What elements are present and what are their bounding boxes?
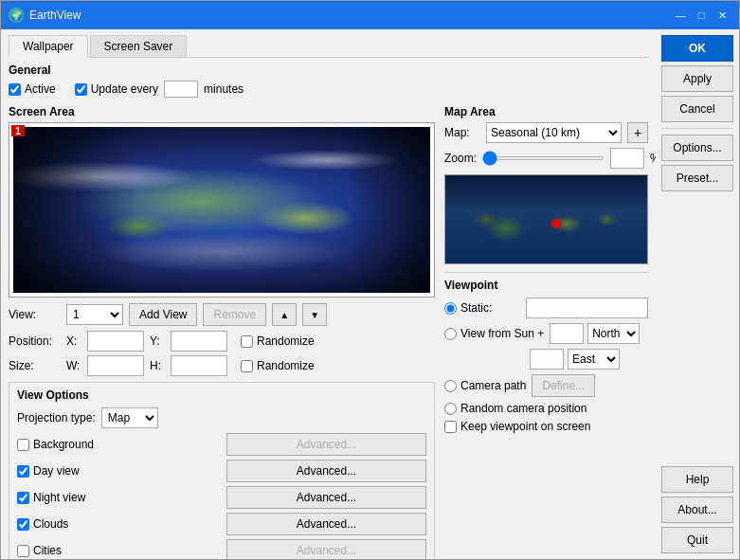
view-options-label: View Options xyxy=(17,388,426,402)
camera-path-radio-label[interactable]: Camera path xyxy=(444,379,526,392)
keep-viewpoint-text: Keep viewpoint on screen xyxy=(460,420,590,433)
random-camera-radio[interactable] xyxy=(444,403,457,415)
x-input[interactable]: 0 xyxy=(87,331,144,352)
screen-area-label: Screen Area xyxy=(9,105,435,118)
clouds-checkbox[interactable] xyxy=(17,518,29,531)
background-checkbox-label[interactable]: Background xyxy=(17,433,217,456)
static-radio-label[interactable]: Static: xyxy=(444,301,520,315)
day-view-checkbox[interactable] xyxy=(17,465,29,478)
north-dir-select[interactable]: North South xyxy=(587,323,640,344)
add-map-button[interactable]: + xyxy=(627,122,648,143)
help-button[interactable]: Help xyxy=(661,466,733,493)
background-checkbox[interactable] xyxy=(17,439,29,451)
sun-radio-label[interactable]: View from Sun + xyxy=(444,327,544,340)
remove-button[interactable]: Remove xyxy=(203,303,266,326)
options-button[interactable]: Options... xyxy=(661,135,733,161)
randomize-pos-checkbox[interactable] xyxy=(241,335,253,348)
minimap-earth xyxy=(445,175,647,263)
cities-checkbox-label[interactable]: Cities xyxy=(17,539,217,559)
map-select-row: Map: Seasonal (10 km) + xyxy=(444,122,648,143)
east-dir-select[interactable]: East West xyxy=(568,349,620,370)
y-group: Y: 0 xyxy=(150,331,227,352)
x-group: X: 0 xyxy=(66,331,144,352)
minimize-button[interactable]: — xyxy=(671,6,690,25)
w-input[interactable]: 1920 xyxy=(87,355,144,376)
east-deg-group: 0° East West xyxy=(530,349,620,370)
h-label: H: xyxy=(150,359,167,372)
view-select[interactable]: 1 xyxy=(66,304,123,325)
update-interval-input[interactable]: 10 xyxy=(164,81,198,98)
quit-button[interactable]: Quit xyxy=(661,527,733,553)
static-label: Static: xyxy=(460,301,492,315)
move-down-button[interactable]: ▼ xyxy=(302,303,327,326)
sidebar-divider-1 xyxy=(661,128,733,129)
map-area-section: Map Area Map: Seasonal (10 km) + Zoom: xyxy=(444,105,648,559)
add-view-button[interactable]: Add View xyxy=(129,303,197,326)
active-checkbox[interactable] xyxy=(9,83,21,96)
map-select[interactable]: Seasonal (10 km) xyxy=(486,122,622,143)
screen-preview-box: 1 xyxy=(9,122,435,298)
static-radio[interactable] xyxy=(444,302,457,315)
apply-button[interactable]: Apply xyxy=(661,65,733,92)
update-checkbox-label[interactable]: Update every xyxy=(75,82,158,96)
active-checkbox-label[interactable]: Active xyxy=(9,82,56,96)
night-view-checkbox[interactable] xyxy=(17,492,29,504)
cities-text: Cities xyxy=(33,544,62,557)
cancel-button[interactable]: Cancel xyxy=(661,96,733,122)
y-input[interactable]: 0 xyxy=(171,331,227,352)
general-label: General xyxy=(9,63,648,77)
randomize-size-checkbox[interactable] xyxy=(241,360,253,372)
maximize-button[interactable]: □ xyxy=(692,6,711,25)
background-text: Background xyxy=(33,438,94,451)
day-advanced-button[interactable]: Advanced... xyxy=(226,460,426,482)
map-area-label: Map Area xyxy=(444,105,648,118)
camera-path-label: Camera path xyxy=(460,379,526,392)
cities-advanced-button[interactable]: Advanced... xyxy=(226,539,426,559)
screen-number: 1 xyxy=(11,125,25,136)
randomize-size-text: Randomize xyxy=(257,359,315,372)
keep-viewpoint-row: Keep viewpoint on screen xyxy=(444,420,648,433)
random-camera-radio-label[interactable]: Random camera position xyxy=(444,402,587,415)
zoom-input[interactable]: 1 xyxy=(610,148,644,169)
cities-checkbox[interactable] xyxy=(17,545,29,557)
window-content: Wallpaper Screen Saver General Active Up… xyxy=(1,29,739,559)
title-bar: 🌍 EarthView — □ ✕ xyxy=(1,1,739,29)
close-button[interactable]: ✕ xyxy=(713,6,731,25)
about-button[interactable]: About... xyxy=(661,497,733,523)
define-button[interactable]: Define... xyxy=(532,374,595,397)
clouds-advanced-button[interactable]: Advanced... xyxy=(226,513,426,535)
sun-radio[interactable] xyxy=(444,328,457,340)
ok-button[interactable]: OK xyxy=(661,35,733,62)
zoom-row: Zoom: 1 % xyxy=(444,148,648,169)
zoom-slider[interactable] xyxy=(482,156,605,160)
keep-viewpoint-checkbox[interactable] xyxy=(444,421,457,433)
preset-button[interactable]: Preset... xyxy=(661,165,733,191)
north-deg-input[interactable]: 0° xyxy=(550,323,584,344)
background-advanced-button[interactable]: Advanced... xyxy=(226,433,426,456)
randomize-size-label[interactable]: Randomize xyxy=(241,359,315,372)
night-view-checkbox-label[interactable]: Night view xyxy=(17,486,217,509)
randomize-pos-label[interactable]: Randomize xyxy=(241,334,315,348)
camera-path-row: Camera path Define... xyxy=(444,374,648,397)
map-marker xyxy=(551,219,561,228)
east-deg-input[interactable]: 0° xyxy=(530,349,564,370)
camera-path-radio[interactable] xyxy=(444,380,457,392)
active-label: Active xyxy=(25,82,56,96)
night-advanced-button[interactable]: Advanced... xyxy=(226,486,426,509)
projection-select[interactable]: Map xyxy=(101,407,158,428)
static-coords-input[interactable]: 0.00° N 0.00° E xyxy=(526,298,648,318)
update-checkbox[interactable] xyxy=(75,83,87,96)
position-label: Position: xyxy=(9,334,61,348)
clouds-checkbox-label[interactable]: Clouds xyxy=(17,513,217,535)
randomize-pos-text: Randomize xyxy=(257,334,315,348)
north-deg-group: 0° North South xyxy=(550,323,640,344)
pos-size-section: Position: X: 0 Y: 0 Randomiz xyxy=(9,331,435,376)
day-view-text: Day view xyxy=(33,464,80,478)
vo-grid: Background Advanced... Day view Advanced… xyxy=(17,433,426,559)
tab-wallpaper[interactable]: Wallpaper xyxy=(9,35,88,58)
h-input[interactable]: 1080 xyxy=(171,355,227,376)
tab-screensaver[interactable]: Screen Saver xyxy=(90,35,188,57)
move-up-button[interactable]: ▲ xyxy=(272,303,297,326)
day-view-checkbox-label[interactable]: Day view xyxy=(17,460,217,482)
keep-viewpoint-label[interactable]: Keep viewpoint on screen xyxy=(444,420,590,433)
